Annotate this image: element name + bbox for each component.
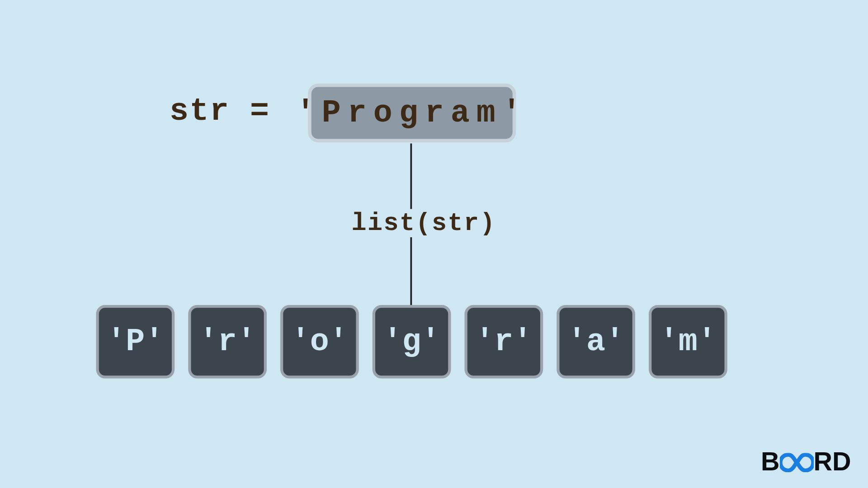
char-cell: 'r' [465, 305, 543, 379]
char-list-row: 'P' 'r' 'o' 'g' 'r' 'a' 'm' [96, 305, 727, 379]
char-cell: 'o' [280, 305, 359, 379]
str-assignment-label: str = [170, 93, 270, 129]
char-cell: 'a' [557, 305, 635, 379]
string-value: 'Program' [296, 95, 528, 131]
char-cell: 'P' [96, 305, 175, 379]
char-cell: 'm' [649, 305, 727, 379]
char-cell: 'r' [188, 305, 267, 379]
logo-tail: RD [813, 446, 851, 477]
string-box: 'Program' [308, 84, 516, 142]
infinity-icon [779, 453, 813, 473]
brand-logo: B RD [761, 446, 851, 477]
list-operation-label: list(str) [341, 209, 506, 238]
char-cell: 'g' [373, 305, 451, 379]
logo-lead: B [761, 446, 780, 477]
